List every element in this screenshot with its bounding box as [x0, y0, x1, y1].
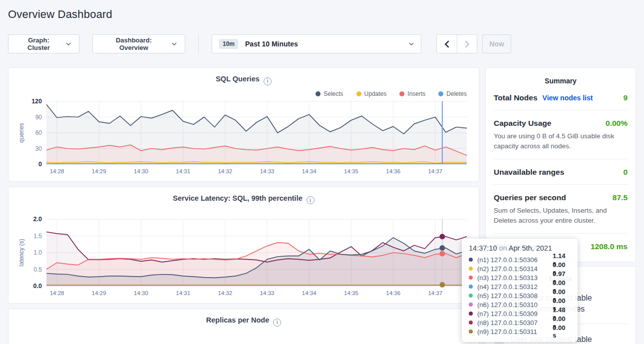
chart-title-text: Service Latency: SQL, 99th percentile [173, 194, 303, 202]
graph-dropdown[interactable]: Graph: Cluster [8, 34, 79, 53]
page-title: Overview Dashboard [8, 0, 636, 21]
view-nodes-list-link[interactable]: View nodes list [543, 94, 593, 102]
legend-label: Deletes [446, 90, 467, 97]
info-icon[interactable]: i [273, 319, 281, 327]
time-range-picker[interactable]: 10m Past 10 Minutes [212, 34, 421, 53]
legend-item[interactable]: Inserts [399, 90, 425, 97]
series-dot-icon [469, 312, 473, 316]
tooltip-node-address: (n6) 127.0.0.1:50310 [477, 301, 553, 309]
dashboard-dropdown[interactable]: Dashboard: Overview [92, 34, 185, 53]
x-axis-tick-label: 14:29 [92, 290, 106, 296]
legend-label: Inserts [407, 90, 425, 97]
x-axis-tick-label: 14:30 [134, 290, 148, 296]
y-axis-tick-label: 30 [35, 145, 42, 152]
hover-point-dot [439, 245, 445, 251]
chevron-down-icon [172, 41, 177, 46]
summary-label: Total Nodes [494, 93, 538, 102]
sql-queries-panel: SQL Queriesi SelectsUpdatesInsertsDelete… [8, 67, 479, 182]
legend-item[interactable]: Selects [316, 90, 343, 97]
time-range-badge: 10m [219, 39, 238, 49]
y-axis-tick-label: 0 [38, 161, 42, 168]
summary-description: Sum of Selects, Updates, Inserts, and De… [494, 206, 628, 226]
y-axis-tick-label: 60 [35, 129, 42, 136]
summary-row: Total NodesView nodes list9 [494, 85, 628, 110]
tooltip-rows: (n1) 127.0.0.1:503061.14 s(n2) 127.0.0.1… [469, 255, 571, 336]
x-axis-tick-label: 14:31 [176, 168, 190, 174]
tooltip-node-address: (n8) 127.0.0.1:50307 [477, 319, 553, 327]
summary-description: You are using 0 B of 4.5 GiB usable disk… [494, 131, 628, 151]
time-nav-group [436, 34, 477, 53]
summary-row: Capacity Usage0.00%You are using 0 B of … [494, 110, 628, 159]
tooltip-node-address: (n5) 127.0.0.1:50308 [477, 292, 553, 300]
sql-queries-title: SQL Queriesi [16, 75, 471, 85]
now-button[interactable]: Now [482, 34, 511, 53]
summary-rows: Total NodesView nodes list9Capacity Usag… [494, 85, 628, 259]
x-axis-tick-label: 14:32 [218, 168, 232, 174]
series-dot-icon [469, 321, 473, 325]
series-dot-icon [469, 258, 473, 262]
sql-queries-chart[interactable]: 14:2814:2914:3014:3114:3214:3314:3414:35… [16, 97, 471, 177]
legend-item[interactable]: Deletes [438, 90, 467, 97]
x-axis-tick-label: 14:28 [50, 168, 64, 174]
info-icon[interactable]: i [264, 77, 272, 85]
legend-dot-icon [399, 91, 404, 96]
info-icon[interactable]: i [307, 196, 315, 204]
summary-row: Unavailable ranges0 [494, 159, 628, 185]
x-axis-tick-label: 14:35 [344, 168, 358, 174]
toolbar-divider [198, 34, 199, 53]
x-axis-tick-label: 14:34 [302, 168, 317, 174]
tooltip-date: Apr 5th, 2021 [509, 244, 552, 252]
x-axis-tick-label: 14:36 [386, 168, 400, 174]
dashboard-dropdown-label: Dashboard: Overview [101, 36, 167, 51]
legend-item[interactable]: Updates [356, 90, 387, 97]
x-axis-tick-label: 14:33 [260, 168, 275, 174]
x-axis-tick-label: 14:32 [218, 290, 232, 296]
x-axis-tick-label: 14:35 [344, 290, 358, 296]
x-axis-tick-label: 14:34 [302, 290, 317, 296]
hover-point-dot [439, 251, 445, 257]
x-axis-tick-label: 14:33 [260, 290, 275, 296]
y-axis-tick-label: 2.0 [33, 216, 42, 223]
legend-dot-icon [356, 91, 361, 96]
hover-point-dot [439, 234, 445, 239]
latency-chart[interactable]: 14:2814:2914:3014:3114:3214:3314:3414:35… [16, 215, 471, 299]
time-forward-button[interactable] [457, 35, 477, 53]
tooltip-node-address: (n3) 127.0.0.1:50313 [477, 274, 553, 282]
chevron-down-icon [66, 41, 71, 46]
x-axis-tick-label: 14:29 [92, 168, 106, 174]
tooltip-node-row: (n9) 127.0.0.1:503110.00 s [469, 327, 571, 336]
series-dot-icon [469, 285, 473, 289]
y-axis-tick-label: 1.0 [33, 249, 42, 256]
legend-label: Updates [364, 90, 387, 97]
tooltip-node-address: (n4) 127.0.0.1:50312 [477, 283, 553, 291]
hover-point-dot [439, 282, 445, 288]
series-dot-icon [469, 303, 473, 307]
summary-label: Queries per second [494, 193, 566, 202]
summary-label: Capacity Usage [494, 119, 551, 128]
series-dot-icon [469, 294, 473, 298]
y-axis-tick-label: 120 [31, 98, 42, 105]
legend-label: Selects [323, 90, 343, 97]
series-dot-icon [469, 267, 473, 271]
summary-value: 0 [623, 168, 628, 177]
summary-label: Unavailable ranges [494, 168, 564, 177]
x-axis-tick-label: 14:37 [428, 290, 442, 296]
latency-panel: Service Latency: SQL, 99th percentilei 1… [8, 187, 479, 304]
chart-title-text: Replicas per Node [206, 316, 270, 324]
y-axis-tick-label: 1.5 [33, 233, 42, 240]
x-axis-tick-label: 14:36 [386, 290, 400, 296]
y-axis-tick-label: 0.5 [33, 266, 42, 273]
y-axis-tick-label: 90 [35, 113, 42, 120]
time-back-button[interactable] [437, 35, 457, 53]
x-axis-tick-label: 14:28 [50, 290, 64, 296]
sql-queries-legend: SelectsUpdatesInsertsDeletes [16, 90, 467, 97]
legend-dot-icon [438, 91, 443, 96]
chevron-right-icon [464, 40, 470, 48]
y-axis-label: latency (s) [18, 239, 25, 266]
x-axis-tick-label: 14:30 [134, 168, 148, 174]
latency-title: Service Latency: SQL, 99th percentilei [16, 194, 471, 205]
chart-hover-tooltip: 14:37:10 on Apr 5th, 2021 (n1) 127.0.0.1… [462, 239, 578, 342]
x-axis-tick-label: 14:31 [176, 290, 190, 296]
tooltip-node-address: (n2) 127.0.0.1:50314 [477, 265, 553, 273]
y-axis-tick-label: 0.0 [33, 283, 42, 290]
